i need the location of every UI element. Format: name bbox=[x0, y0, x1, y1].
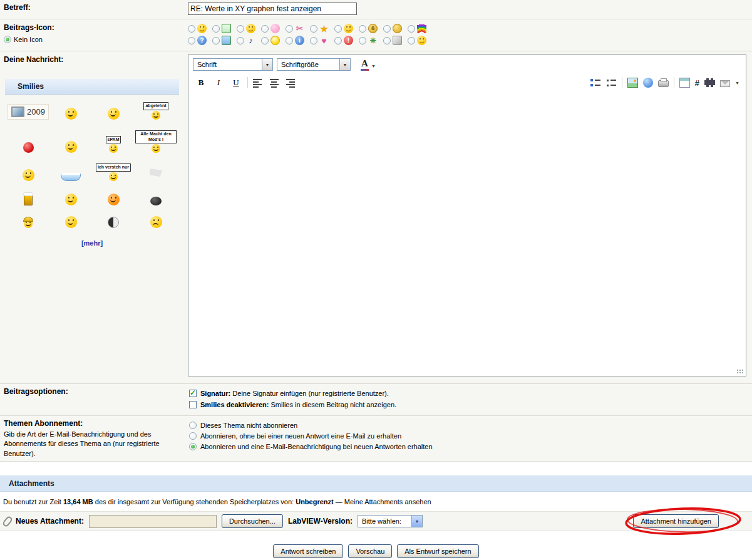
align-center-icon[interactable] bbox=[269, 78, 279, 88]
subscription-option-text: Abonnieren, ohne bei einer neuen Antwort… bbox=[200, 432, 401, 440]
abgelehnt-sign-smiley[interactable]: abgelehnt bbox=[143, 102, 168, 120]
labview-version-select[interactable]: Bitte wählen: ▼ bbox=[358, 515, 423, 527]
post-option-line: Smilies deaktivieren: Smilies in diesem … bbox=[189, 401, 752, 408]
post-icon-radio[interactable] bbox=[334, 37, 342, 44]
rich-text-editor: Schrift ▼ Schriftgröße ▼ A ▼ bbox=[188, 54, 746, 376]
post-icon-option: ✳ bbox=[359, 36, 378, 45]
post-icon-radio[interactable] bbox=[261, 25, 269, 33]
chevron-down-icon[interactable]: ▼ bbox=[411, 516, 422, 527]
usage-limit: Unbegrenzt bbox=[296, 498, 334, 506]
paperclip-icon bbox=[2, 515, 13, 527]
chevron-down-icon[interactable]: ▼ bbox=[339, 59, 350, 70]
post-icon-radio[interactable] bbox=[261, 37, 269, 44]
bullet-list-icon[interactable] bbox=[606, 78, 617, 88]
computer-2009-smiley[interactable]: 2009 bbox=[8, 104, 49, 120]
post-icon-radio[interactable] bbox=[212, 25, 220, 33]
message-editor[interactable] bbox=[188, 91, 746, 376]
exclamation-icon: ! bbox=[344, 36, 353, 45]
font-size-select[interactable]: Schriftgröße ▼ bbox=[277, 58, 351, 71]
resize-grip-icon[interactable] bbox=[736, 369, 744, 375]
post-icon-radio[interactable] bbox=[237, 37, 244, 44]
quote-icon[interactable] bbox=[679, 78, 690, 88]
my-attachments-link[interactable]: Meine Attachments ansehen bbox=[344, 498, 431, 506]
post-icon-radio[interactable] bbox=[237, 25, 244, 33]
submit-reply-button[interactable]: Antwort schreiben bbox=[273, 544, 343, 558]
post-icon-radio[interactable] bbox=[408, 37, 415, 44]
insert-link-icon[interactable] bbox=[643, 78, 653, 88]
bold-button[interactable]: B bbox=[195, 76, 207, 89]
laugh-smiley[interactable] bbox=[108, 108, 120, 120]
moon-smiley[interactable] bbox=[108, 217, 119, 228]
post-option-text: Signatur: Deine Signatur einfügen (nur r… bbox=[200, 390, 389, 397]
sail-smiley[interactable] bbox=[150, 169, 162, 181]
code-icon[interactable]: # bbox=[695, 78, 699, 88]
post-option-text: Smilies deaktivieren: Smilies in diesem … bbox=[200, 401, 396, 408]
add-attachment-button[interactable]: Attachment hinzufügen bbox=[633, 514, 719, 528]
subscribe-no-email-radio[interactable] bbox=[189, 432, 197, 440]
save-draft-button[interactable]: Als Entwurf speichern bbox=[397, 544, 478, 558]
disable-smilies-checkbox[interactable] bbox=[189, 401, 197, 408]
cheer-smiley[interactable] bbox=[65, 141, 77, 153]
red-ball-smiley[interactable] bbox=[23, 142, 34, 153]
post-icon-radio[interactable] bbox=[286, 25, 293, 33]
question-icon: ? bbox=[197, 36, 207, 45]
font-family-select[interactable]: Schrift ▼ bbox=[193, 58, 273, 71]
talk-smiley[interactable] bbox=[23, 169, 34, 181]
spam-sign-smiley[interactable]: sPAM bbox=[106, 136, 121, 153]
builder-smiley[interactable] bbox=[23, 217, 33, 228]
post-options-row: Beitragsoptionen: Signatur: Deine Signat… bbox=[0, 384, 752, 416]
smilies-more-link[interactable]: [mehr] bbox=[5, 239, 179, 247]
post-icon-radio[interactable] bbox=[286, 37, 293, 44]
preview-button[interactable]: Vorschau bbox=[348, 544, 392, 558]
post-icon-radio[interactable] bbox=[334, 25, 342, 33]
post-icon-radio[interactable] bbox=[212, 37, 220, 44]
more-tools-dropdown[interactable]: ▼ bbox=[735, 81, 739, 85]
subject-input[interactable] bbox=[188, 3, 357, 15]
computer-year-text: 2009 bbox=[27, 107, 45, 117]
post-icon-radio[interactable] bbox=[188, 25, 195, 33]
usage-prefix: Du benutzt zur Zeit bbox=[3, 498, 63, 506]
post-icon-options-row-2: ?♪i♥!✳ bbox=[188, 34, 752, 46]
post-icon-radio[interactable] bbox=[188, 37, 195, 44]
beer-smiley[interactable] bbox=[24, 192, 33, 205]
bomb-smiley[interactable] bbox=[150, 197, 162, 205]
browse-button[interactable]: Durchsuchen... bbox=[222, 514, 283, 528]
post-icon-radio[interactable] bbox=[383, 37, 391, 44]
cool-smiley[interactable] bbox=[108, 194, 120, 205]
italic-button[interactable]: I bbox=[212, 76, 225, 89]
attachment-file-input[interactable] bbox=[89, 515, 217, 528]
align-right-icon[interactable] bbox=[284, 78, 295, 88]
message-label: Deine Nachricht: bbox=[4, 55, 181, 64]
align-left-icon[interactable] bbox=[253, 78, 264, 88]
bahnhof-sign-smiley[interactable]: ich versteh nur bbox=[96, 163, 131, 181]
wink-smiley[interactable] bbox=[65, 108, 77, 120]
underline-button[interactable]: U bbox=[230, 76, 242, 89]
subscribe-email-radio[interactable] bbox=[189, 443, 197, 450]
grin-smiley[interactable] bbox=[65, 216, 77, 228]
post-icon-radio[interactable] bbox=[408, 25, 415, 33]
post-icon-radio[interactable] bbox=[310, 37, 317, 44]
subscribe-none-radio[interactable] bbox=[189, 422, 197, 429]
chart-icon bbox=[222, 24, 231, 33]
post-icon-radio[interactable] bbox=[310, 25, 317, 33]
bathtub-smiley[interactable] bbox=[61, 173, 81, 181]
no-icon-radio[interactable] bbox=[4, 36, 11, 43]
angry-smiley[interactable] bbox=[150, 216, 162, 228]
mods-sign-smiley[interactable]: Alle Macht den Mod's ! bbox=[135, 130, 177, 153]
php-icon[interactable] bbox=[704, 78, 715, 87]
font-color-button[interactable]: A ▼ bbox=[361, 59, 376, 71]
ordered-list-icon[interactable] bbox=[590, 78, 601, 88]
post-icon-radio[interactable] bbox=[359, 25, 366, 33]
email-icon[interactable] bbox=[720, 80, 730, 87]
editor-toolbar-format: B I U # bbox=[188, 74, 746, 91]
tongue-smiley[interactable] bbox=[65, 194, 77, 205]
chevron-down-icon[interactable]: ▼ bbox=[371, 64, 376, 71]
chevron-down-icon[interactable]: ▼ bbox=[262, 59, 272, 70]
signature-checkbox[interactable] bbox=[189, 390, 197, 397]
post-icon-option bbox=[383, 36, 402, 45]
insert-image-icon[interactable] bbox=[627, 78, 638, 88]
post-icon-radio[interactable] bbox=[359, 37, 366, 44]
heart-icon: ♥ bbox=[319, 36, 329, 45]
print-icon[interactable] bbox=[658, 80, 669, 87]
post-icon-radio[interactable] bbox=[383, 25, 391, 33]
